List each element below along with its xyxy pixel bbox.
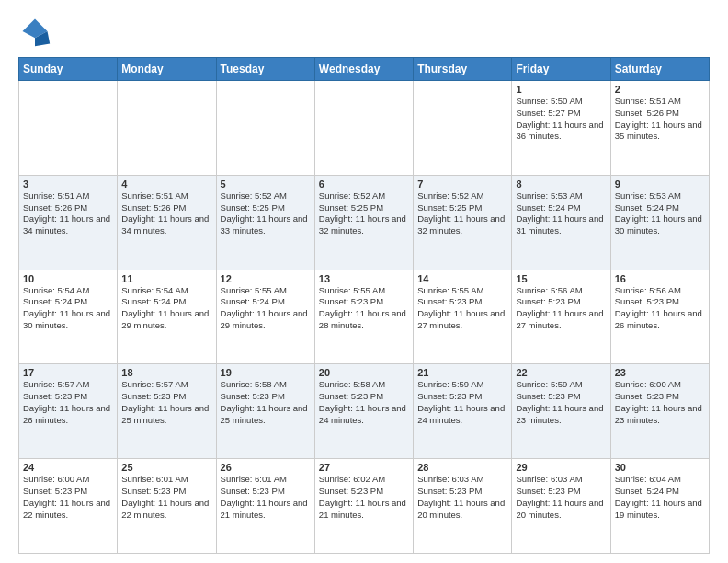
day-info: Sunrise: 5:54 AMSunset: 5:24 PMDaylight:… <box>121 285 209 330</box>
header <box>18 15 710 48</box>
day-info: Sunrise: 5:53 AMSunset: 5:24 PMDaylight:… <box>516 190 603 236</box>
calendar-cell: 7Sunrise: 5:52 AMSunset: 5:25 PMDaylight… <box>414 175 512 270</box>
day-number: 17 <box>23 367 113 378</box>
day-info: Sunrise: 6:01 AMSunset: 5:23 PMDaylight:… <box>221 474 308 519</box>
day-number: 28 <box>417 462 507 473</box>
calendar-day-header: Friday <box>512 58 610 81</box>
calendar-cell <box>216 81 314 176</box>
calendar-cell: 2Sunrise: 5:51 AMSunset: 5:26 PMDaylight… <box>610 81 709 176</box>
day-info: Sunrise: 5:51 AMSunset: 5:26 PMDaylight:… <box>121 190 209 236</box>
day-number: 5 <box>221 178 311 190</box>
calendar-day-header: Sunday <box>19 58 118 81</box>
day-info: Sunrise: 5:52 AMSunset: 5:25 PMDaylight:… <box>221 190 308 236</box>
day-info: Sunrise: 5:59 AMSunset: 5:23 PMDaylight:… <box>417 379 505 424</box>
calendar-cell: 14Sunrise: 5:55 AMSunset: 5:23 PMDayligh… <box>414 270 512 364</box>
day-info: Sunrise: 5:55 AMSunset: 5:23 PMDaylight:… <box>417 285 505 330</box>
day-number: 8 <box>516 178 606 190</box>
calendar-week-row: 10Sunrise: 5:54 AMSunset: 5:24 PMDayligh… <box>19 270 710 364</box>
day-number: 4 <box>121 178 211 190</box>
day-info: Sunrise: 5:57 AMSunset: 5:23 PMDaylight:… <box>23 379 110 424</box>
calendar-cell: 30Sunrise: 6:04 AMSunset: 5:24 PMDayligh… <box>610 459 709 554</box>
day-number: 29 <box>516 462 606 473</box>
day-info: Sunrise: 6:00 AMSunset: 5:23 PMDaylight:… <box>615 379 702 424</box>
day-number: 16 <box>615 273 705 284</box>
calendar-cell: 26Sunrise: 6:01 AMSunset: 5:23 PMDayligh… <box>216 459 314 554</box>
calendar-cell: 11Sunrise: 5:54 AMSunset: 5:24 PMDayligh… <box>118 270 216 364</box>
calendar-cell: 5Sunrise: 5:52 AMSunset: 5:25 PMDaylight… <box>216 175 314 270</box>
day-number: 27 <box>319 462 409 473</box>
day-info: Sunrise: 5:55 AMSunset: 5:24 PMDaylight:… <box>221 285 308 330</box>
day-info: Sunrise: 6:02 AMSunset: 5:23 PMDaylight:… <box>319 474 406 519</box>
day-number: 26 <box>221 462 311 473</box>
day-number: 13 <box>319 273 409 284</box>
calendar-cell: 25Sunrise: 6:01 AMSunset: 5:23 PMDayligh… <box>118 459 216 554</box>
calendar-cell: 24Sunrise: 6:00 AMSunset: 5:23 PMDayligh… <box>19 459 118 554</box>
calendar-cell: 16Sunrise: 5:56 AMSunset: 5:23 PMDayligh… <box>610 270 709 364</box>
day-number: 25 <box>121 462 211 473</box>
calendar-cell: 10Sunrise: 5:54 AMSunset: 5:24 PMDayligh… <box>19 270 118 364</box>
day-number: 15 <box>516 273 606 284</box>
calendar-week-row: 17Sunrise: 5:57 AMSunset: 5:23 PMDayligh… <box>19 364 710 459</box>
day-info: Sunrise: 5:50 AMSunset: 5:27 PMDaylight:… <box>516 96 603 141</box>
day-info: Sunrise: 5:59 AMSunset: 5:23 PMDaylight:… <box>516 379 603 424</box>
day-number: 24 <box>23 462 113 473</box>
calendar-cell <box>19 81 118 176</box>
calendar-header-row: SundayMondayTuesdayWednesdayThursdayFrid… <box>19 58 710 81</box>
calendar-week-row: 1Sunrise: 5:50 AMSunset: 5:27 PMDaylight… <box>19 81 710 176</box>
day-number: 11 <box>121 273 211 284</box>
logo <box>18 15 55 48</box>
calendar-cell: 20Sunrise: 5:58 AMSunset: 5:23 PMDayligh… <box>314 364 413 459</box>
calendar-cell: 3Sunrise: 5:51 AMSunset: 5:26 PMDaylight… <box>19 175 118 270</box>
calendar-cell: 9Sunrise: 5:53 AMSunset: 5:24 PMDaylight… <box>610 175 709 270</box>
calendar-cell: 28Sunrise: 6:03 AMSunset: 5:23 PMDayligh… <box>414 459 512 554</box>
day-number: 2 <box>615 84 705 95</box>
calendar-cell <box>414 81 512 176</box>
day-info: Sunrise: 6:03 AMSunset: 5:23 PMDaylight:… <box>417 474 505 519</box>
day-number: 10 <box>23 273 113 284</box>
calendar-day-header: Thursday <box>414 58 512 81</box>
day-info: Sunrise: 5:52 AMSunset: 5:25 PMDaylight:… <box>417 190 505 236</box>
day-number: 14 <box>417 273 507 284</box>
calendar-week-row: 3Sunrise: 5:51 AMSunset: 5:26 PMDaylight… <box>19 175 710 270</box>
calendar-cell: 18Sunrise: 5:57 AMSunset: 5:23 PMDayligh… <box>118 364 216 459</box>
calendar-cell <box>118 81 216 176</box>
day-number: 21 <box>417 367 507 378</box>
calendar-cell: 6Sunrise: 5:52 AMSunset: 5:25 PMDaylight… <box>314 175 413 270</box>
logo-icon <box>18 15 51 48</box>
day-number: 3 <box>23 178 113 190</box>
day-info: Sunrise: 6:04 AMSunset: 5:24 PMDaylight:… <box>615 474 702 519</box>
calendar-cell <box>314 81 413 176</box>
day-number: 30 <box>615 462 705 473</box>
calendar-day-header: Tuesday <box>216 58 314 81</box>
calendar-week-row: 24Sunrise: 6:00 AMSunset: 5:23 PMDayligh… <box>19 459 710 554</box>
day-info: Sunrise: 5:56 AMSunset: 5:23 PMDaylight:… <box>615 285 702 330</box>
day-info: Sunrise: 5:51 AMSunset: 5:26 PMDaylight:… <box>615 96 702 141</box>
day-info: Sunrise: 5:57 AMSunset: 5:23 PMDaylight:… <box>121 379 209 424</box>
calendar-cell: 15Sunrise: 5:56 AMSunset: 5:23 PMDayligh… <box>512 270 610 364</box>
calendar-cell: 4Sunrise: 5:51 AMSunset: 5:26 PMDaylight… <box>118 175 216 270</box>
calendar-cell: 22Sunrise: 5:59 AMSunset: 5:23 PMDayligh… <box>512 364 610 459</box>
day-number: 20 <box>319 367 409 378</box>
calendar-cell: 8Sunrise: 5:53 AMSunset: 5:24 PMDaylight… <box>512 175 610 270</box>
day-number: 18 <box>121 367 211 378</box>
calendar-day-header: Saturday <box>610 58 709 81</box>
day-number: 19 <box>221 367 311 378</box>
calendar-cell: 27Sunrise: 6:02 AMSunset: 5:23 PMDayligh… <box>314 459 413 554</box>
day-info: Sunrise: 5:53 AMSunset: 5:24 PMDaylight:… <box>615 190 702 236</box>
day-info: Sunrise: 5:58 AMSunset: 5:23 PMDaylight:… <box>221 379 308 424</box>
day-info: Sunrise: 5:52 AMSunset: 5:25 PMDaylight:… <box>319 190 406 236</box>
day-number: 6 <box>319 178 409 190</box>
calendar-cell: 19Sunrise: 5:58 AMSunset: 5:23 PMDayligh… <box>216 364 314 459</box>
calendar-cell: 29Sunrise: 6:03 AMSunset: 5:23 PMDayligh… <box>512 459 610 554</box>
day-info: Sunrise: 6:01 AMSunset: 5:23 PMDaylight:… <box>121 474 209 519</box>
calendar-cell: 23Sunrise: 6:00 AMSunset: 5:23 PMDayligh… <box>610 364 709 459</box>
day-number: 9 <box>615 178 705 190</box>
calendar-cell: 21Sunrise: 5:59 AMSunset: 5:23 PMDayligh… <box>414 364 512 459</box>
day-info: Sunrise: 5:51 AMSunset: 5:26 PMDaylight:… <box>23 190 110 236</box>
day-info: Sunrise: 6:03 AMSunset: 5:23 PMDaylight:… <box>516 474 603 519</box>
day-info: Sunrise: 5:56 AMSunset: 5:23 PMDaylight:… <box>516 285 603 330</box>
calendar-cell: 1Sunrise: 5:50 AMSunset: 5:27 PMDaylight… <box>512 81 610 176</box>
day-info: Sunrise: 5:54 AMSunset: 5:24 PMDaylight:… <box>23 285 110 330</box>
day-number: 12 <box>221 273 311 284</box>
calendar-cell: 12Sunrise: 5:55 AMSunset: 5:24 PMDayligh… <box>216 270 314 364</box>
